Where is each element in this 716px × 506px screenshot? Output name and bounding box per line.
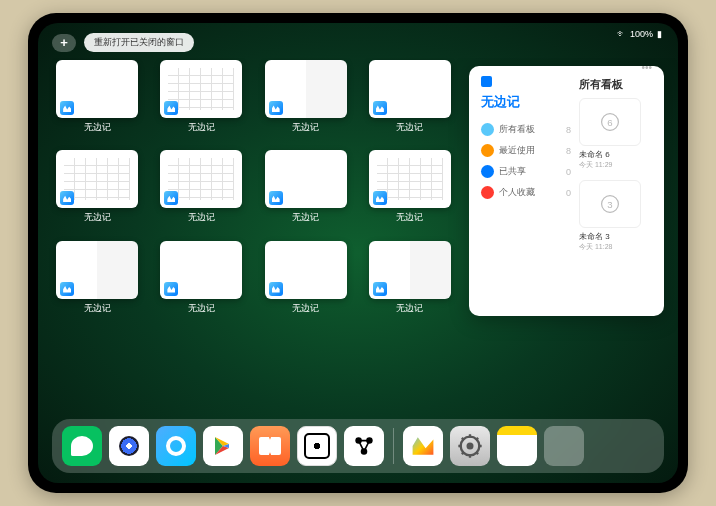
dock-app-roam[interactable] bbox=[344, 426, 384, 466]
category-label: 最近使用 bbox=[499, 144, 535, 157]
panel-sidebar: 无边记 所有看板8最近使用8已共享0个人收藏0 bbox=[481, 76, 571, 306]
category-icon bbox=[481, 123, 494, 136]
window-item[interactable]: 无边记 bbox=[52, 60, 142, 142]
window-label: 无边记 bbox=[188, 302, 215, 315]
freeform-icon bbox=[60, 101, 74, 115]
window-item[interactable]: 无边记 bbox=[52, 241, 142, 323]
dock-app-settings[interactable] bbox=[450, 426, 490, 466]
board-item[interactable]: 3未命名 3今天 11:28 bbox=[579, 180, 652, 252]
window-label: 无边记 bbox=[396, 121, 423, 134]
category-item[interactable]: 个人收藏0 bbox=[481, 182, 571, 203]
dock bbox=[52, 419, 664, 473]
window-label: 无边记 bbox=[84, 121, 111, 134]
sidebar-icon bbox=[481, 76, 492, 87]
battery-label: 100% bbox=[630, 29, 653, 39]
board-label: 未命名 3 bbox=[579, 231, 652, 242]
freeform-icon bbox=[164, 101, 178, 115]
window-item[interactable]: 无边记 bbox=[261, 150, 351, 232]
svg-text:3: 3 bbox=[607, 199, 612, 210]
category-label: 已共享 bbox=[499, 165, 526, 178]
window-label: 无边记 bbox=[188, 211, 215, 224]
dock-app-folder[interactable] bbox=[544, 426, 584, 466]
freeform-icon bbox=[60, 191, 74, 205]
window-item[interactable]: 无边记 bbox=[365, 60, 455, 142]
freeform-icon bbox=[164, 282, 178, 296]
wifi-icon: ᯤ bbox=[617, 29, 626, 39]
window-thumbnail bbox=[369, 150, 451, 208]
board-thumbnail: 6 bbox=[579, 98, 641, 146]
dock-app-q2[interactable] bbox=[156, 426, 196, 466]
category-label: 所有看板 bbox=[499, 123, 535, 136]
svg-line-16 bbox=[462, 438, 464, 440]
category-count: 8 bbox=[566, 125, 571, 135]
dock-app-play[interactable] bbox=[203, 426, 243, 466]
category-count: 0 bbox=[566, 167, 571, 177]
top-toolbar: + 重新打开已关闭的窗口 bbox=[38, 23, 678, 58]
window-grid: 无边记无边记无边记无边记无边记无边记无边记无边记无边记无边记无边记无边记 bbox=[52, 60, 455, 413]
category-count: 0 bbox=[566, 188, 571, 198]
panel-section-title: 所有看板 bbox=[579, 77, 652, 92]
window-thumbnail bbox=[56, 241, 138, 299]
reopen-window-button[interactable]: 重新打开已关闭的窗口 bbox=[84, 33, 194, 52]
svg-point-11 bbox=[467, 443, 474, 450]
dock-app-wechat[interactable] bbox=[62, 426, 102, 466]
window-thumbnail bbox=[369, 241, 451, 299]
window-label: 无边记 bbox=[84, 302, 111, 315]
svg-line-17 bbox=[476, 452, 478, 454]
svg-line-19 bbox=[476, 438, 478, 440]
screen: ᯤ 100% ▮ + 重新打开已关闭的窗口 无边记无边记无边记无边记无边记无边记… bbox=[38, 23, 678, 483]
window-label: 无边记 bbox=[292, 121, 319, 134]
window-thumbnail bbox=[265, 60, 347, 118]
window-thumbnail bbox=[160, 60, 242, 118]
window-label: 无边记 bbox=[396, 211, 423, 224]
freeform-icon bbox=[269, 282, 283, 296]
window-item[interactable]: 无边记 bbox=[261, 241, 351, 323]
window-item[interactable]: 无边记 bbox=[365, 150, 455, 232]
board-timestamp: 今天 11:29 bbox=[579, 160, 652, 170]
category-item[interactable]: 最近使用8 bbox=[481, 140, 571, 161]
dock-app-notes[interactable] bbox=[497, 426, 537, 466]
status-bar: ᯤ 100% ▮ bbox=[617, 29, 662, 39]
window-label: 无边记 bbox=[292, 302, 319, 315]
dock-app-books[interactable] bbox=[250, 426, 290, 466]
category-item[interactable]: 已共享0 bbox=[481, 161, 571, 182]
category-icon bbox=[481, 144, 494, 157]
window-label: 无边记 bbox=[396, 302, 423, 315]
dock-app-freeform[interactable] bbox=[403, 426, 443, 466]
window-thumbnail bbox=[160, 150, 242, 208]
window-thumbnail bbox=[56, 150, 138, 208]
category-item[interactable]: 所有看板8 bbox=[481, 119, 571, 140]
window-item[interactable]: 无边记 bbox=[156, 150, 246, 232]
board-thumbnail: 3 bbox=[579, 180, 641, 228]
window-label: 无边记 bbox=[292, 211, 319, 224]
freeform-icon bbox=[373, 282, 387, 296]
board-timestamp: 今天 11:28 bbox=[579, 242, 652, 252]
board-item[interactable]: 6未命名 6今天 11:29 bbox=[579, 98, 652, 170]
window-thumbnail bbox=[160, 241, 242, 299]
window-item[interactable]: 无边记 bbox=[156, 60, 246, 142]
window-item[interactable]: 无边记 bbox=[156, 241, 246, 323]
content-area: 无边记无边记无边记无边记无边记无边记无边记无边记无边记无边记无边记无边记 无边记… bbox=[38, 58, 678, 419]
window-item[interactable]: 无边记 bbox=[261, 60, 351, 142]
category-count: 8 bbox=[566, 146, 571, 156]
more-icon[interactable]: ••• bbox=[579, 62, 652, 73]
dock-app-dice[interactable] bbox=[297, 426, 337, 466]
svg-text:6: 6 bbox=[607, 117, 612, 128]
window-item[interactable]: 无边记 bbox=[365, 241, 455, 323]
window-label: 无边记 bbox=[84, 211, 111, 224]
freeform-icon bbox=[60, 282, 74, 296]
battery-icon: ▮ bbox=[657, 29, 662, 39]
dock-separator bbox=[393, 428, 394, 464]
window-item[interactable]: 无边记 bbox=[52, 150, 142, 232]
panel-title: 无边记 bbox=[481, 93, 571, 111]
add-button[interactable]: + bbox=[52, 34, 76, 52]
category-label: 个人收藏 bbox=[499, 186, 535, 199]
app-panel: 无边记 所有看板8最近使用8已共享0个人收藏0 ••• 所有看板 6未命名 6今… bbox=[469, 66, 664, 316]
window-thumbnail bbox=[265, 150, 347, 208]
freeform-icon bbox=[373, 191, 387, 205]
dock-app-quark[interactable] bbox=[109, 426, 149, 466]
ipad-frame: ᯤ 100% ▮ + 重新打开已关闭的窗口 无边记无边记无边记无边记无边记无边记… bbox=[28, 13, 688, 493]
category-icon bbox=[481, 165, 494, 178]
window-label: 无边记 bbox=[188, 121, 215, 134]
board-label: 未命名 6 bbox=[579, 149, 652, 160]
